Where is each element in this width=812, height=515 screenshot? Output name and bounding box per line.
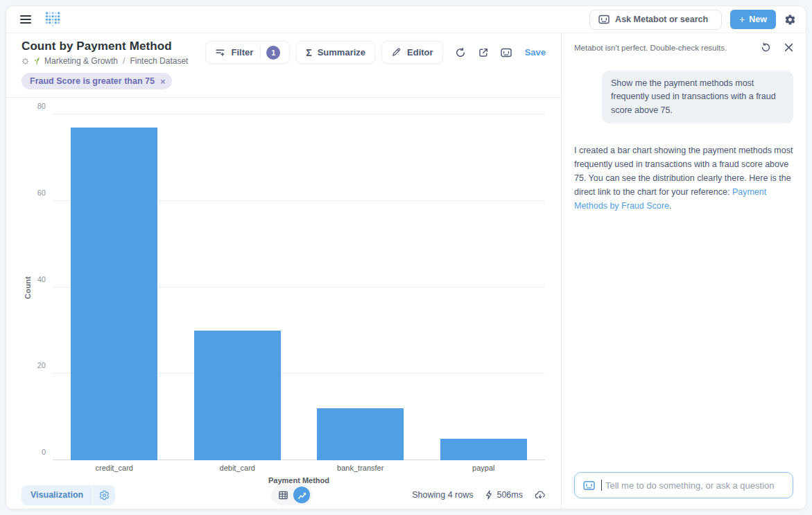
bar-series — [53, 114, 545, 460]
row-count-status: Showing 4 rows — [412, 490, 473, 500]
filter-button-divider — [260, 46, 261, 59]
bot-message: I created a bar chart showing the paymen… — [574, 143, 793, 213]
filter-button[interactable]: Filter 1 — [205, 41, 290, 64]
bar-credit_card[interactable] — [71, 128, 157, 460]
sidebar-toggle-icon[interactable] — [20, 15, 31, 24]
metabot-input-icon — [583, 480, 595, 491]
metabot-icon — [598, 15, 610, 24]
refresh-icon[interactable] — [455, 47, 466, 58]
breadcrumb-collection[interactable]: Marketing & Growth — [44, 56, 118, 66]
question-footer: Visualization — [6, 481, 561, 509]
plot-area: Count credit_carddebit_cardbank_transfer… — [53, 114, 545, 460]
page-title: Count by Payment Method — [21, 40, 188, 53]
question-pane: Count by Payment Method — [6, 33, 561, 509]
metabase-logo-icon[interactable] — [45, 11, 60, 28]
y-tick-label: 40 — [37, 275, 46, 283]
chart-view-icon[interactable] — [293, 487, 310, 503]
share-icon[interactable] — [478, 47, 489, 58]
summarize-button[interactable]: Σ Summarize — [296, 41, 375, 64]
x-tick-label: paypal — [422, 464, 546, 472]
lightning-icon — [485, 490, 493, 500]
x-tick-label: credit_card — [53, 464, 176, 472]
filter-bar: Fraud Score is greater than 75 × — [6, 69, 561, 98]
y-tick-label: 0 — [42, 448, 46, 456]
category-band — [53, 114, 176, 460]
category-band — [299, 114, 422, 460]
y-axis-title: Count — [24, 276, 32, 299]
x-tick-label: debit_card — [176, 464, 300, 472]
breadcrumb[interactable]: Marketing & Growth / Fintech Dataset — [21, 56, 188, 66]
x-tick-label: bank_transfer — [299, 464, 422, 472]
editor-button[interactable]: Editor — [381, 41, 443, 64]
table-view-icon[interactable] — [278, 490, 288, 500]
breadcrumb-separator: / — [121, 56, 126, 66]
settings-gear-icon[interactable] — [784, 14, 796, 26]
collection-badge-icon — [21, 58, 29, 65]
viz-type-toggle — [271, 485, 313, 505]
metabot-toolbar-icon[interactable] — [501, 48, 512, 58]
filter-count-badge[interactable]: 1 — [266, 46, 280, 60]
text-cursor — [601, 480, 602, 491]
remove-filter-icon[interactable]: × — [160, 77, 166, 86]
new-button[interactable]: + New — [730, 10, 776, 29]
sigma-icon: Σ — [306, 47, 311, 58]
filter-pill-label: Fraud Score is greater than 75 — [30, 76, 155, 86]
save-button[interactable]: Save — [525, 47, 546, 58]
metabot-sidebar: Metabot isn't perfect. Double-check resu… — [561, 33, 806, 509]
metabot-disclaimer: Metabot isn't perfect. Double-check resu… — [574, 44, 727, 52]
user-message-bubble: Show me the payment methods most frequen… — [602, 71, 793, 123]
y-tick-label: 80 — [37, 102, 46, 110]
bot-message-text-end: . — [669, 201, 671, 211]
breadcrumb-dataset[interactable]: Fintech Dataset — [130, 56, 188, 66]
visualization-canvas: Count credit_carddebit_cardbank_transfer… — [6, 98, 561, 481]
app-header: Ask Metabot or search + New — [6, 6, 806, 33]
visualization-button[interactable]: Visualization — [21, 485, 92, 505]
category-band — [176, 114, 300, 460]
close-sidebar-icon[interactable] — [784, 43, 793, 52]
filter-pill[interactable]: Fraud Score is greater than 75 × — [21, 73, 172, 89]
bar-debit_card[interactable] — [194, 331, 281, 460]
y-tick-label: 60 — [37, 189, 46, 197]
bar-paypal[interactable] — [440, 439, 527, 460]
category-band — [422, 114, 546, 460]
y-tick-label: 20 — [37, 361, 46, 369]
global-search-input[interactable]: Ask Metabot or search — [589, 10, 722, 30]
x-tick-labels: credit_carddebit_cardbank_transferpaypal — [53, 464, 545, 472]
query-duration-status: 506ms — [485, 490, 523, 500]
visualization-settings-gear-icon[interactable] — [93, 485, 115, 505]
search-placeholder: Ask Metabot or search — [615, 15, 708, 24]
filter-icon — [215, 47, 225, 58]
app-window: Ask Metabot or search + New Count by Pay… — [6, 6, 806, 509]
conversation-area: Show me the payment methods most frequen… — [562, 60, 806, 472]
bar-bank_transfer[interactable] — [317, 408, 404, 460]
reset-conversation-icon[interactable] — [761, 42, 771, 53]
metabot-prompt-input[interactable]: Tell me to do something, or ask a questi… — [574, 472, 793, 498]
sprout-icon — [33, 57, 41, 65]
notebook-pen-icon — [391, 47, 401, 58]
download-results-icon[interactable] — [535, 490, 546, 500]
question-toolbar: Filter 1 Σ Summarize — [205, 41, 546, 64]
plus-icon: + — [739, 15, 745, 24]
input-placeholder: Tell me to do something, or ask a questi… — [605, 480, 775, 491]
